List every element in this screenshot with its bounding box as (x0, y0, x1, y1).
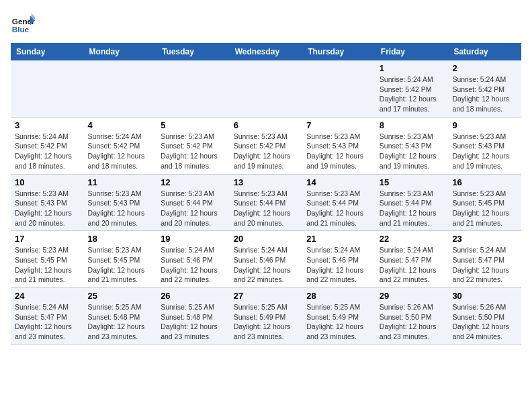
day-number: 26 (161, 291, 226, 301)
calendar-cell: 11Sunrise: 5:23 AM Sunset: 5:43 PM Dayli… (84, 174, 157, 231)
week-row-3: 17Sunrise: 5:23 AM Sunset: 5:45 PM Dayli… (11, 231, 521, 288)
header-day-saturday: Saturday (448, 43, 521, 60)
day-number: 9 (452, 120, 517, 130)
calendar-cell: 21Sunrise: 5:24 AM Sunset: 5:46 PM Dayli… (302, 231, 375, 288)
calendar-cell: 2Sunrise: 5:24 AM Sunset: 5:42 PM Daylig… (448, 60, 521, 117)
header-row: SundayMondayTuesdayWednesdayThursdayFrid… (11, 43, 521, 60)
calendar-cell: 30Sunrise: 5:26 AM Sunset: 5:50 PM Dayli… (448, 288, 521, 345)
day-info: Sunrise: 5:23 AM Sunset: 5:44 PM Dayligh… (161, 189, 226, 228)
calendar-body: 1Sunrise: 5:24 AM Sunset: 5:42 PM Daylig… (11, 60, 521, 345)
calendar-cell: 26Sunrise: 5:25 AM Sunset: 5:48 PM Dayli… (157, 288, 230, 345)
day-info: Sunrise: 5:23 AM Sunset: 5:44 PM Dayligh… (306, 189, 371, 228)
header-day-tuesday: Tuesday (157, 43, 230, 60)
day-info: Sunrise: 5:23 AM Sunset: 5:42 PM Dayligh… (161, 132, 226, 171)
calendar-cell: 13Sunrise: 5:23 AM Sunset: 5:44 PM Dayli… (230, 174, 303, 231)
page-header: General Blue (11, 11, 521, 35)
day-info: Sunrise: 5:23 AM Sunset: 5:44 PM Dayligh… (234, 189, 299, 228)
day-number: 14 (306, 177, 371, 187)
calendar-cell: 1Sunrise: 5:24 AM Sunset: 5:42 PM Daylig… (375, 60, 449, 117)
calendar-cell: 24Sunrise: 5:24 AM Sunset: 5:47 PM Dayli… (11, 288, 84, 345)
week-row-1: 3Sunrise: 5:24 AM Sunset: 5:42 PM Daylig… (11, 117, 521, 174)
day-number: 6 (234, 120, 299, 130)
calendar-cell: 20Sunrise: 5:24 AM Sunset: 5:46 PM Dayli… (230, 231, 303, 288)
day-number: 1 (380, 63, 445, 73)
header-day-thursday: Thursday (302, 43, 375, 60)
day-number: 13 (234, 177, 299, 187)
day-number: 20 (234, 234, 299, 244)
calendar-cell (84, 60, 157, 117)
day-number: 22 (380, 234, 445, 244)
day-number: 19 (161, 234, 226, 244)
day-info: Sunrise: 5:24 AM Sunset: 5:46 PM Dayligh… (234, 245, 299, 285)
header-day-sunday: Sunday (11, 43, 84, 60)
day-number: 3 (15, 120, 80, 130)
week-row-0: 1Sunrise: 5:24 AM Sunset: 5:42 PM Daylig… (11, 60, 521, 117)
day-number: 23 (452, 234, 517, 244)
calendar-cell: 6Sunrise: 5:23 AM Sunset: 5:42 PM Daylig… (230, 117, 303, 174)
day-number: 11 (88, 177, 153, 187)
calendar-cell: 12Sunrise: 5:23 AM Sunset: 5:44 PM Dayli… (157, 174, 230, 231)
calendar-cell: 10Sunrise: 5:23 AM Sunset: 5:43 PM Dayli… (11, 174, 84, 231)
day-number: 25 (88, 291, 153, 301)
calendar-cell (157, 60, 230, 117)
calendar-cell (230, 60, 303, 117)
day-info: Sunrise: 5:23 AM Sunset: 5:43 PM Dayligh… (15, 189, 80, 228)
day-info: Sunrise: 5:23 AM Sunset: 5:43 PM Dayligh… (88, 189, 153, 228)
calendar-cell: 9Sunrise: 5:23 AM Sunset: 5:43 PM Daylig… (448, 117, 521, 174)
header-day-monday: Monday (84, 43, 157, 60)
day-number: 24 (15, 291, 80, 301)
day-number: 12 (161, 177, 226, 187)
day-number: 4 (88, 120, 153, 130)
day-number: 10 (15, 177, 80, 187)
day-number: 7 (306, 120, 371, 130)
calendar-cell: 28Sunrise: 5:25 AM Sunset: 5:49 PM Dayli… (302, 288, 375, 345)
day-info: Sunrise: 5:24 AM Sunset: 5:46 PM Dayligh… (161, 245, 226, 285)
day-number: 18 (88, 234, 153, 244)
day-number: 15 (380, 177, 445, 187)
day-info: Sunrise: 5:26 AM Sunset: 5:50 PM Dayligh… (452, 302, 517, 342)
day-number: 30 (452, 291, 517, 301)
day-info: Sunrise: 5:23 AM Sunset: 5:43 PM Dayligh… (380, 132, 445, 171)
calendar-cell: 29Sunrise: 5:26 AM Sunset: 5:50 PM Dayli… (375, 288, 449, 345)
day-info: Sunrise: 5:24 AM Sunset: 5:47 PM Dayligh… (452, 245, 517, 285)
day-info: Sunrise: 5:23 AM Sunset: 5:43 PM Dayligh… (452, 132, 517, 171)
day-number: 21 (306, 234, 371, 244)
calendar-cell: 22Sunrise: 5:24 AM Sunset: 5:47 PM Dayli… (375, 231, 449, 288)
day-info: Sunrise: 5:23 AM Sunset: 5:43 PM Dayligh… (306, 132, 371, 171)
day-info: Sunrise: 5:25 AM Sunset: 5:48 PM Dayligh… (161, 302, 226, 342)
calendar-cell: 4Sunrise: 5:24 AM Sunset: 5:42 PM Daylig… (84, 117, 157, 174)
day-number: 27 (234, 291, 299, 301)
day-number: 8 (380, 120, 445, 130)
calendar-cell: 27Sunrise: 5:25 AM Sunset: 5:49 PM Dayli… (230, 288, 303, 345)
day-number: 17 (15, 234, 80, 244)
day-number: 28 (306, 291, 371, 301)
day-info: Sunrise: 5:23 AM Sunset: 5:45 PM Dayligh… (452, 189, 517, 228)
calendar-cell: 25Sunrise: 5:25 AM Sunset: 5:48 PM Dayli… (84, 288, 157, 345)
day-info: Sunrise: 5:24 AM Sunset: 5:42 PM Dayligh… (15, 132, 80, 171)
day-info: Sunrise: 5:24 AM Sunset: 5:42 PM Dayligh… (380, 75, 445, 114)
calendar-table: SundayMondayTuesdayWednesdayThursdayFrid… (11, 43, 521, 345)
calendar-cell: 5Sunrise: 5:23 AM Sunset: 5:42 PM Daylig… (157, 117, 230, 174)
calendar-header: SundayMondayTuesdayWednesdayThursdayFrid… (11, 43, 521, 60)
header-day-wednesday: Wednesday (230, 43, 303, 60)
calendar-cell: 7Sunrise: 5:23 AM Sunset: 5:43 PM Daylig… (302, 117, 375, 174)
day-info: Sunrise: 5:24 AM Sunset: 5:47 PM Dayligh… (380, 245, 445, 285)
calendar-cell: 16Sunrise: 5:23 AM Sunset: 5:45 PM Dayli… (448, 174, 521, 231)
logo-icon: General Blue (11, 11, 35, 35)
day-info: Sunrise: 5:24 AM Sunset: 5:46 PM Dayligh… (306, 245, 371, 285)
calendar-cell (11, 60, 84, 117)
week-row-2: 10Sunrise: 5:23 AM Sunset: 5:43 PM Dayli… (11, 174, 521, 231)
day-info: Sunrise: 5:25 AM Sunset: 5:49 PM Dayligh… (306, 302, 371, 342)
calendar-cell: 15Sunrise: 5:23 AM Sunset: 5:44 PM Dayli… (375, 174, 449, 231)
calendar-cell (302, 60, 375, 117)
day-info: Sunrise: 5:25 AM Sunset: 5:49 PM Dayligh… (234, 302, 299, 342)
day-info: Sunrise: 5:24 AM Sunset: 5:42 PM Dayligh… (452, 75, 517, 114)
logo: General Blue (11, 11, 39, 35)
day-info: Sunrise: 5:23 AM Sunset: 5:45 PM Dayligh… (15, 245, 80, 285)
calendar-cell: 18Sunrise: 5:23 AM Sunset: 5:45 PM Dayli… (84, 231, 157, 288)
day-info: Sunrise: 5:23 AM Sunset: 5:44 PM Dayligh… (380, 189, 445, 228)
week-row-4: 24Sunrise: 5:24 AM Sunset: 5:47 PM Dayli… (11, 288, 521, 345)
day-info: Sunrise: 5:26 AM Sunset: 5:50 PM Dayligh… (380, 302, 445, 342)
day-number: 29 (380, 291, 445, 301)
day-number: 5 (161, 120, 226, 130)
